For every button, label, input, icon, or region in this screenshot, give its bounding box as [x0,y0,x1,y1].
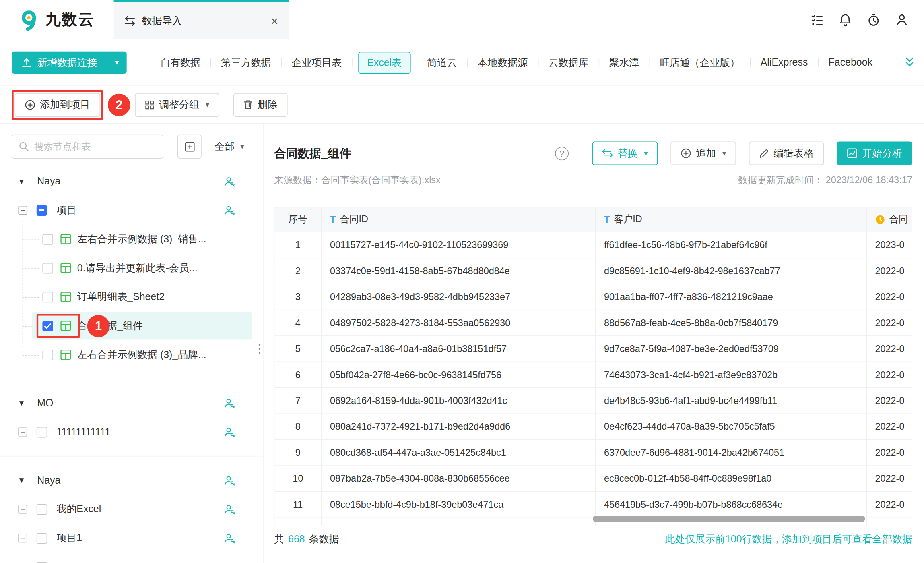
tree-folder-partial[interactable] [0,553,264,563]
tree-item-table[interactable]: 左右合并示例数据 (3)_销售... [0,225,264,254]
caret-down-icon[interactable]: ▼ [18,399,27,408]
tree-item-table[interactable]: 0.请导出并更新此表-会员... [0,254,264,283]
source-tab[interactable]: 云数据库 [538,56,598,69]
text-type-icon: T [330,214,336,225]
divider [0,379,264,379]
edit-table-button[interactable]: 编辑表格 [749,141,824,165]
tree-item-table-selected[interactable]: 合同数据_组件 1 [0,311,264,340]
member-permission-icon[interactable] [223,532,235,544]
column-header-index[interactable]: 序号 [274,207,322,232]
column-header-contract-date[interactable]: 合同 [867,207,912,232]
start-analysis-button[interactable]: 开始分析 [837,141,912,165]
tree-group-label: MO [37,397,53,409]
update-time-value: 2023/12/06 18:43:17 [826,175,912,185]
source-tabs: 自有数据第三方数据企业项目表Excel表简道云本地数据源云数据库聚水潭旺店通（企… [150,52,924,73]
sidebar-resize-handle[interactable] [259,344,260,354]
add-to-project-button[interactable]: 添加到项目 [15,93,100,117]
tree-group-naya-2[interactable]: ▼ Naya [0,466,264,495]
tree-item-table[interactable]: 左右合并示例数据 (3)_品牌... [0,340,264,369]
checkbox-unchecked[interactable] [37,426,47,437]
expand-icon[interactable] [18,505,27,513]
source-tab[interactable]: 聚水潭 [599,56,649,69]
table-cell: 056c2ca7-a186-40a4-a8a6-01b38151df57 [322,336,596,362]
checkbox-unchecked[interactable] [42,292,53,302]
tree-folder-project[interactable]: 项目 [0,196,264,225]
caret-down-icon[interactable]: ▼ [18,476,27,485]
tree-folder-numbers[interactable]: 11111111111 [0,418,264,447]
tab-close-icon[interactable]: × [271,15,278,27]
delete-button[interactable]: 删除 [233,93,288,117]
table-cell: 10 [274,466,322,491]
source-tab[interactable]: Excel表 [358,52,410,73]
member-permission-icon[interactable] [223,204,235,216]
logo-text: 九数云 [45,9,95,30]
new-data-connection-button[interactable]: 新增数据连接 ▾ [12,51,127,74]
help-icon[interactable]: ? [555,147,569,160]
source-tab[interactable]: AliExpress [751,57,818,68]
table-cell: de4b48c5-93b6-4af1-abd9-bc4e4499fb11 [596,388,867,413]
table-cell: 2022-0 [867,466,912,491]
checkbox-unchecked[interactable] [42,234,53,244]
tree-group-naya[interactable]: ▼ Naya [0,167,264,196]
column-label: 序号 [289,213,307,226]
tree-item-table[interactable]: 订单明细表_Sheet2 [0,282,264,311]
source-tab[interactable]: 自有数据 [150,56,210,69]
source-tab[interactable]: 本地数据源 [468,56,538,69]
tree-group-label: Naya [37,176,60,187]
expand-icon[interactable] [18,428,27,437]
replace-button[interactable]: 替换 ▾ [592,141,658,165]
tree-folder-my-excel[interactable]: 我的Excel [0,495,264,524]
source-tab[interactable]: 旺店通（企业版） [650,56,750,69]
new-connection-label: 新增数据连接 [37,56,97,69]
append-label: 追加 [696,147,716,160]
table-cell: 2022-0 [867,336,912,362]
append-button[interactable]: 追加 ▾ [670,141,736,165]
member-permission-icon[interactable] [223,397,235,409]
table-cell: 05bf042a-27f8-4e66-bc0c-9638145fd756 [322,362,596,387]
column-header-contract-id[interactable]: T 合同ID [322,207,596,232]
expand-more-sources-icon[interactable] [895,40,924,85]
tree-group-mo[interactable]: ▼ MO [0,389,264,418]
tree-item-label: 订单明细表_Sheet2 [77,290,165,304]
search-box[interactable] [12,135,163,159]
expand-icon[interactable] [18,534,27,542]
source-tab[interactable]: 简道云 [417,56,467,69]
history-timer-icon[interactable] [867,13,881,27]
table-cell: 04289ab3-08e3-49d3-9582-4dbb945233e7 [322,284,596,310]
source-tab[interactable]: 第三方数据 [211,56,281,69]
tab-data-import[interactable]: 数据导入 × [114,0,289,39]
search-input[interactable] [34,141,156,152]
checkbox-indeterminate[interactable] [37,205,47,215]
source-tab[interactable]: Facebook [819,57,883,68]
table-cell: 2022-0 [867,518,912,526]
source-tab[interactable]: 企业项目表 [282,56,352,69]
checkbox-unchecked[interactable] [37,504,47,514]
new-connection-dropdown[interactable]: ▾ [107,51,127,74]
caret-down-icon[interactable]: ▼ [18,177,27,186]
member-permission-icon[interactable] [223,426,235,438]
table-cell: 88d567a8-feab-4ce5-8b8a-0cb7f5840179 [596,310,867,335]
tree-folder-label: 11111111111 [57,426,111,438]
member-permission-icon[interactable] [223,474,235,486]
checkbox-unchecked[interactable] [42,350,53,360]
checkbox-unchecked[interactable] [37,533,47,543]
notifications-bell-icon[interactable] [839,13,852,27]
collapse-icon[interactable] [18,206,27,215]
member-permission-icon[interactable] [223,503,235,515]
preview-limit-notice: 此处仅展示前100行数据，添加到项目后可查看全部数据 [665,532,912,546]
filter-all-dropdown[interactable]: 全部 ▾ [214,140,244,153]
expand-all-button[interactable] [177,135,202,159]
table-cell: 2022-0 [867,414,912,439]
adjust-group-button[interactable]: 调整分组 ▾ [135,93,219,117]
horizontal-scrollbar[interactable] [593,516,865,522]
column-header-customer-id[interactable]: T 客户ID [596,207,867,232]
checkbox-unchecked[interactable] [42,263,53,273]
table-cell: 2022-0 [867,284,912,310]
tree-folder-project1[interactable]: 项目1 [0,524,264,553]
tree-folder-label: 项目 [57,203,77,217]
chart-icon [847,148,857,159]
account-icon[interactable] [895,13,909,27]
member-permission-icon[interactable] [223,176,235,187]
tree-item-label: 左右合并示例数据 (3)_销售... [77,232,206,246]
task-list-icon[interactable] [810,13,824,27]
